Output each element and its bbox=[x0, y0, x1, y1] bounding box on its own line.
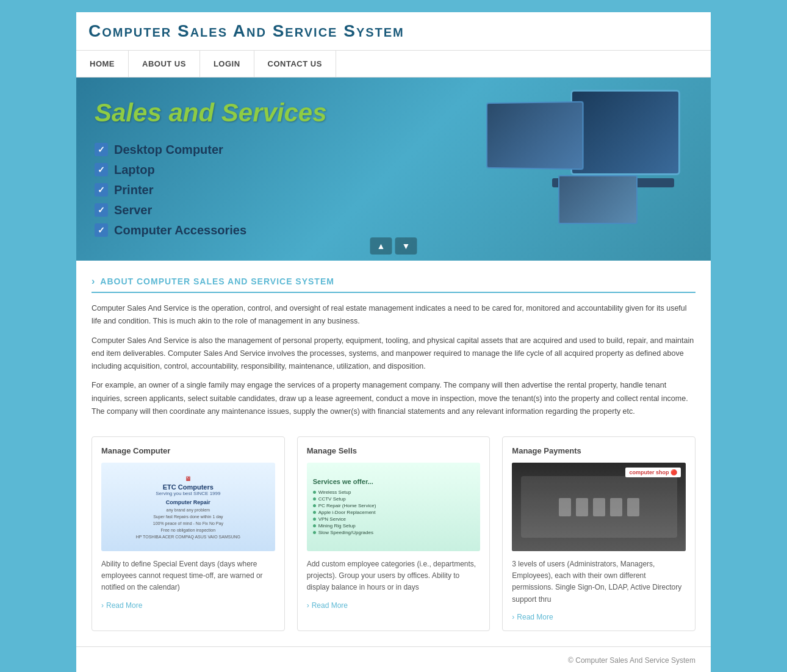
computer-image-content: 🖥 ETC Computers Serving you best SINCE 1… bbox=[101, 463, 275, 551]
computer-shop-sign: computer shop 🔴 bbox=[625, 468, 681, 477]
site-title: Computer Sales And Service System bbox=[76, 12, 711, 50]
card-payments-read-more[interactable]: › Read More bbox=[512, 613, 686, 621]
read-more-arrow-icon-2: › bbox=[307, 601, 309, 610]
banner-item-2: ✓ Laptop bbox=[95, 160, 387, 180]
hero-banner: Sales and Services ✓ Desktop Computer ✓ … bbox=[76, 78, 711, 261]
banner-image-area bbox=[387, 84, 692, 255]
shelf-product-3 bbox=[593, 498, 605, 516]
banner-items-list: ✓ Desktop Computer ✓ Laptop ✓ Printer ✓ … bbox=[95, 140, 387, 240]
etc-company-sub: Serving you best SINCE 1999 bbox=[156, 491, 220, 496]
about-paragraph-2: Computer Sales And Service is also the m… bbox=[92, 334, 695, 374]
services-image-content: Services we offer... Wireless Setup CCTV… bbox=[307, 463, 481, 551]
banner-content: Sales and Services ✓ Desktop Computer ✓ … bbox=[95, 98, 387, 240]
services-heading: Services we offer... bbox=[313, 478, 373, 485]
check-icon-4: ✓ bbox=[95, 203, 108, 217]
check-icon-5: ✓ bbox=[95, 223, 108, 237]
feature-cards: Manage Computer 🖥 ETC Computers Serving … bbox=[92, 436, 695, 631]
card-computer-title: Manage Computer bbox=[101, 446, 275, 455]
etc-details2: 100% peace of mind - No Fix No Pay bbox=[153, 521, 223, 526]
footer-text: © Computer Sales And Service System bbox=[568, 656, 695, 665]
banner-item-5: ✓ Computer Accessories bbox=[95, 220, 387, 240]
card-sells-desc: Add custom employee categories (i.e., de… bbox=[307, 558, 481, 594]
etc-logo: 🖥 bbox=[185, 475, 191, 482]
nav-login[interactable]: LOGIN bbox=[200, 51, 254, 77]
shelf-product-5 bbox=[627, 498, 639, 516]
card-computer-read-more[interactable]: › Read More bbox=[101, 601, 275, 610]
about-paragraph-1: Computer Sales And Service is the operat… bbox=[92, 302, 695, 328]
etc-details1: Super fast Repairs done within 1 day bbox=[153, 515, 223, 519]
printer-decoration bbox=[558, 175, 638, 224]
check-icon-3: ✓ bbox=[95, 183, 108, 197]
card-sells-image: Services we offer... Wireless Setup CCTV… bbox=[307, 463, 481, 551]
nav-about[interactable]: ABOUT US bbox=[129, 51, 200, 77]
service-item-2: CCTV Setup bbox=[313, 496, 346, 502]
nav-contact[interactable]: CONTACT US bbox=[254, 51, 336, 77]
service-item-6: Mining Rig Setup bbox=[313, 522, 356, 529]
service-item-1: Wireless Setup bbox=[313, 489, 351, 496]
banner-next-button[interactable]: ▼ bbox=[395, 237, 417, 255]
bullet-icon-5 bbox=[313, 518, 316, 521]
payments-image-content: computer shop 🔴 bbox=[512, 463, 686, 551]
shelf-product-1 bbox=[559, 498, 571, 516]
card-manage-sells: Manage Sells Services we offer... Wirele… bbox=[297, 436, 491, 631]
about-section: › ABOUT COMPUTER SALES AND SERVICE SYSTE… bbox=[92, 276, 695, 418]
card-manage-computer: Manage Computer 🖥 ETC Computers Serving … bbox=[92, 436, 285, 631]
read-more-arrow-icon-3: › bbox=[512, 613, 514, 621]
service-item-4: Apple i-Door Replacement bbox=[313, 509, 376, 516]
monitor-decoration bbox=[570, 90, 680, 175]
shop-shelf-display bbox=[521, 476, 677, 538]
card-payments-image: computer shop 🔴 bbox=[512, 463, 686, 551]
banner-controls: ▲ ▼ bbox=[370, 237, 417, 255]
laptop-decoration bbox=[486, 101, 583, 170]
bullet-icon-4 bbox=[313, 511, 316, 514]
etc-service: Computer Repair bbox=[166, 499, 210, 505]
site-footer: © Computer Sales And Service System bbox=[76, 646, 711, 672]
read-more-arrow-icon: › bbox=[101, 601, 104, 610]
card-payments-desc: 3 levels of users (Administrators, Manag… bbox=[512, 558, 686, 605]
check-icon-2: ✓ bbox=[95, 163, 108, 176]
check-icon-1: ✓ bbox=[95, 143, 108, 156]
etc-details3: Free no obligation inspection bbox=[161, 528, 216, 532]
bullet-icon-6 bbox=[313, 524, 316, 527]
card-computer-desc: Ability to define Special Event days (da… bbox=[101, 558, 275, 594]
banner-prev-button[interactable]: ▲ bbox=[370, 237, 392, 255]
bullet-icon-7 bbox=[313, 531, 316, 534]
banner-item-4: ✓ Server bbox=[95, 200, 387, 220]
shelf-product-2 bbox=[576, 498, 588, 516]
service-item-3: PC Repair (Home Service) bbox=[313, 502, 376, 509]
shelf-products bbox=[559, 498, 639, 516]
card-sells-title: Manage Sells bbox=[307, 446, 481, 455]
bullet-icon-2 bbox=[313, 497, 316, 500]
service-item-5: VPN Service bbox=[313, 516, 346, 522]
card-sells-read-more[interactable]: › Read More bbox=[307, 601, 481, 610]
about-paragraph-3: For example, an owner of a single family… bbox=[92, 379, 695, 418]
banner-item-3: ✓ Printer bbox=[95, 180, 387, 200]
about-heading: › ABOUT COMPUTER SALES AND SERVICE SYSTE… bbox=[92, 276, 695, 293]
main-content: › ABOUT COMPUTER SALES AND SERVICE SYSTE… bbox=[76, 261, 711, 646]
section-arrow-icon: › bbox=[92, 276, 95, 287]
service-item-7: Slow Speeding/Upgrades bbox=[313, 529, 373, 536]
etc-company-name: ETC Computers bbox=[163, 483, 214, 491]
banner-item-1: ✓ Desktop Computer bbox=[95, 140, 387, 160]
nav-home[interactable]: HOME bbox=[76, 51, 129, 77]
banner-heading: Sales and Services bbox=[95, 98, 387, 128]
card-payments-title: Manage Payments bbox=[512, 446, 686, 455]
etc-service-sub: any brand any problem bbox=[167, 508, 210, 512]
card-manage-payments: Manage Payments computer shop 🔴 bbox=[502, 436, 695, 631]
card-computer-image: 🖥 ETC Computers Serving you best SINCE 1… bbox=[101, 463, 275, 551]
navigation: HOME ABOUT US LOGIN CONTACT US bbox=[76, 50, 711, 77]
bullet-icon-3 bbox=[313, 504, 316, 507]
shelf-product-4 bbox=[610, 498, 622, 516]
etc-brands: HP TOSHIBA ACER COMPAQ ASUS VAIO SAMSUNG bbox=[136, 535, 240, 539]
bullet-icon-1 bbox=[313, 491, 316, 494]
